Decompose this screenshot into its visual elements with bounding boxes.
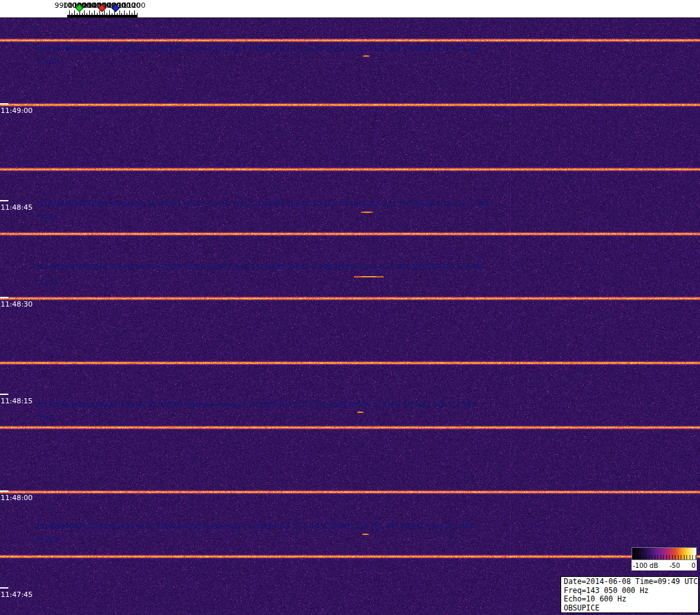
spectrogram-waterfall[interactable] <box>0 18 700 615</box>
ruler-tick <box>137 15 138 17</box>
db-max-label: 0 <box>692 562 695 569</box>
color-gradient-bar <box>632 547 697 560</box>
info-echo-frequency: Echo=10 600 Hz <box>564 595 695 604</box>
db-min-label: -100 dB <box>633 562 658 569</box>
info-station-id: OBSUPICE <box>564 604 695 613</box>
db-color-scale: -100 dB -50 0 <box>632 547 697 570</box>
info-frequency: Freq=143 050 000 Hz <box>564 587 695 596</box>
color-scale-ticks-icon <box>632 555 696 560</box>
meteor-echo-spectrogram-app: 9900 Hz100001010010200103001040010500106… <box>0 0 700 615</box>
freq-label-11200: 11200 <box>123 1 145 10</box>
frequency-ruler[interactable]: 9900 Hz100001010010200103001040010500106… <box>0 0 700 18</box>
color-scale-labels: -100 dB -50 0 <box>632 560 697 570</box>
info-date-time: Date=2014-06-08 Time=09:49 UTC <box>564 578 695 587</box>
observation-info-box: Date=2014-06-08 Time=09:49 UTC Freq=143 … <box>561 576 699 613</box>
db-mid-label: -50 <box>670 562 680 569</box>
